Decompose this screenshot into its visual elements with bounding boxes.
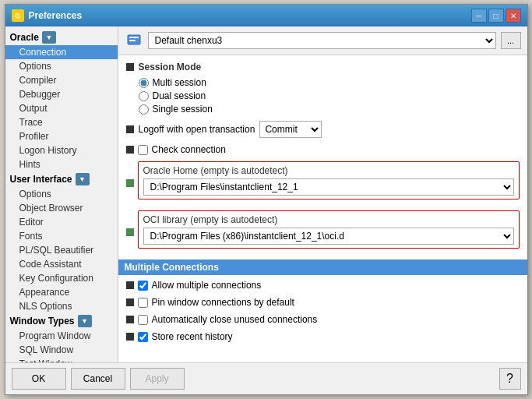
- logoff-row: Logoff with open transaction Commit: [126, 121, 520, 138]
- sidebar-item-connection[interactable]: Connection: [5, 45, 118, 59]
- oci-library-section: OCI library (empty is autodetect) D:\Pro…: [138, 210, 520, 249]
- check-connection-indicator: [126, 146, 134, 154]
- window-title: Preferences: [29, 10, 467, 21]
- title-bar: ⚙ Preferences ─ □ ✕: [5, 5, 527, 26]
- content-area: Oracle ▼ Connection Options Compiler Deb…: [5, 26, 527, 362]
- sidebar-item-sql-window[interactable]: SQL Window: [5, 343, 118, 357]
- oracle-section-label: Oracle: [10, 32, 39, 43]
- oracle-home-indicator: [126, 179, 134, 187]
- oci-library-indicator: [126, 228, 134, 236]
- check-connection-row: Check connection: [126, 144, 520, 155]
- radio-item-dual: Dual session: [139, 90, 520, 101]
- close-button[interactable]: ✕: [506, 9, 521, 23]
- allow-multiple-indicator: [126, 281, 134, 289]
- sidebar-item-code-assistant[interactable]: Code Assistant: [5, 257, 118, 271]
- apply-button[interactable]: Apply: [130, 368, 185, 390]
- oracle-home-select[interactable]: D:\Program Files\instantclient_12_1: [143, 178, 514, 196]
- radio-dual-label: Dual session: [153, 90, 206, 101]
- check-connection-label: Check connection: [152, 144, 226, 155]
- auto-close-label: Automatically close unused connections: [152, 314, 318, 325]
- logoff-label: Logoff with open transaction: [139, 124, 255, 135]
- sidebar-item-object-browser[interactable]: Object Browser: [5, 201, 118, 215]
- sidebar: Oracle ▼ Connection Options Compiler Deb…: [5, 26, 118, 362]
- allow-multiple-row: Allow multiple connections: [126, 280, 520, 291]
- pin-window-label: Pin window connections by default: [152, 297, 294, 308]
- session-mode-section: Session Mode: [126, 62, 520, 72]
- profile-icon: [125, 31, 143, 50]
- bottom-bar: OK Cancel Apply ?: [5, 362, 527, 394]
- oci-library-select[interactable]: D:\Program Files (x86)\instantclient_12_…: [143, 228, 514, 245]
- svg-rect-2: [129, 40, 136, 41]
- sidebar-item-compiler[interactable]: Compiler: [5, 73, 118, 87]
- window-types-dropdown-icon: ▼: [78, 315, 92, 327]
- sidebar-section-window-types[interactable]: Window Types ▼: [5, 313, 118, 329]
- sidebar-item-hints[interactable]: Hints: [5, 157, 118, 171]
- svg-rect-1: [129, 37, 139, 38]
- oracle-home-row: Oracle Home (empty is autodetect) D:\Pro…: [126, 161, 520, 204]
- oracle-home-label: Oracle Home (empty is autodetect): [143, 165, 514, 176]
- sidebar-item-fonts[interactable]: Fonts: [5, 229, 118, 243]
- store-recent-row: Store recent history: [126, 331, 520, 342]
- sidebar-item-options[interactable]: Options: [5, 59, 118, 73]
- toolbar-row: Default chenxu3 ...: [118, 26, 527, 55]
- session-mode-indicator: [126, 63, 134, 71]
- auto-close-indicator: [126, 316, 134, 323]
- sidebar-item-test-window[interactable]: Test Window: [5, 357, 118, 362]
- pin-window-row: Pin window connections by default: [126, 297, 520, 308]
- sidebar-item-plsql-beautifier[interactable]: PL/SQL Beautifier: [5, 243, 118, 257]
- radio-item-multi: Multi session: [139, 77, 520, 88]
- radio-single[interactable]: [139, 104, 149, 115]
- auto-close-checkbox[interactable]: [138, 315, 148, 325]
- radio-dual[interactable]: [139, 91, 149, 101]
- settings-area: Session Mode Multi session Dual session …: [118, 55, 527, 362]
- sidebar-item-output[interactable]: Output: [5, 101, 118, 115]
- oci-library-row: OCI library (empty is autodetect) D:\Pro…: [126, 210, 520, 253]
- sidebar-item-debugger[interactable]: Debugger: [5, 87, 118, 101]
- store-recent-label: Store recent history: [152, 331, 233, 342]
- pin-window-checkbox[interactable]: [138, 298, 148, 308]
- allow-multiple-checkbox[interactable]: [138, 281, 148, 291]
- store-recent-checkbox[interactable]: [138, 332, 148, 342]
- radio-multi-label: Multi session: [153, 77, 206, 88]
- pin-window-indicator: [126, 298, 134, 306]
- sidebar-section-oracle[interactable]: Oracle ▼: [5, 30, 118, 45]
- profile-select[interactable]: Default chenxu3: [148, 32, 496, 49]
- sidebar-item-options2[interactable]: Options: [5, 187, 118, 201]
- preferences-window: ⚙ Preferences ─ □ ✕ Oracle ▼ Connection …: [5, 4, 528, 395]
- sidebar-item-logon-history[interactable]: Logon History: [5, 143, 118, 157]
- window-icon: ⚙: [12, 9, 24, 22]
- oracle-home-section: Oracle Home (empty is autodetect) D:\Pro…: [138, 161, 520, 200]
- sidebar-item-editor[interactable]: Editor: [5, 215, 118, 229]
- oracle-dropdown-icon: ▼: [42, 31, 56, 44]
- sidebar-item-nls-options[interactable]: NLS Options: [5, 299, 118, 313]
- logoff-indicator: [126, 125, 134, 133]
- user-interface-dropdown-icon: ▼: [76, 173, 90, 185]
- ellipsis-button[interactable]: ...: [501, 32, 521, 49]
- allow-multiple-label: Allow multiple connections: [152, 280, 262, 291]
- commit-select[interactable]: Commit: [259, 121, 322, 138]
- multiple-connections-bar: Multiple Connections: [118, 260, 527, 275]
- session-mode-radio-group: Multi session Dual session Single sessio…: [139, 77, 520, 115]
- check-connection-checkbox[interactable]: [138, 145, 148, 155]
- sidebar-section-user-interface[interactable]: User Interface ▼: [5, 171, 118, 187]
- minimize-button[interactable]: ─: [471, 9, 487, 23]
- radio-item-single: Single session: [139, 104, 520, 115]
- title-bar-buttons: ─ □ ✕: [471, 9, 521, 23]
- sidebar-item-trace[interactable]: Trace: [5, 115, 118, 129]
- ok-button[interactable]: OK: [12, 368, 66, 390]
- user-interface-section-label: User Interface: [10, 174, 72, 185]
- cancel-button[interactable]: Cancel: [71, 368, 125, 390]
- window-types-section-label: Window Types: [10, 316, 75, 327]
- oci-library-label: OCI library (empty is autodetect): [143, 214, 514, 225]
- sidebar-item-appearance[interactable]: Appearance: [5, 285, 118, 299]
- auto-close-row: Automatically close unused connections: [126, 314, 520, 325]
- maximize-button[interactable]: □: [488, 9, 504, 23]
- sidebar-item-program-window[interactable]: Program Window: [5, 329, 118, 343]
- store-recent-indicator: [126, 333, 134, 341]
- radio-single-label: Single session: [153, 104, 213, 115]
- sidebar-item-key-configuration[interactable]: Key Configuration: [5, 271, 118, 285]
- sidebar-item-profiler[interactable]: Profiler: [5, 129, 118, 143]
- help-icon[interactable]: ?: [499, 368, 521, 390]
- radio-multi[interactable]: [139, 78, 149, 88]
- multiple-connections-label: Multiple Connections: [125, 262, 219, 273]
